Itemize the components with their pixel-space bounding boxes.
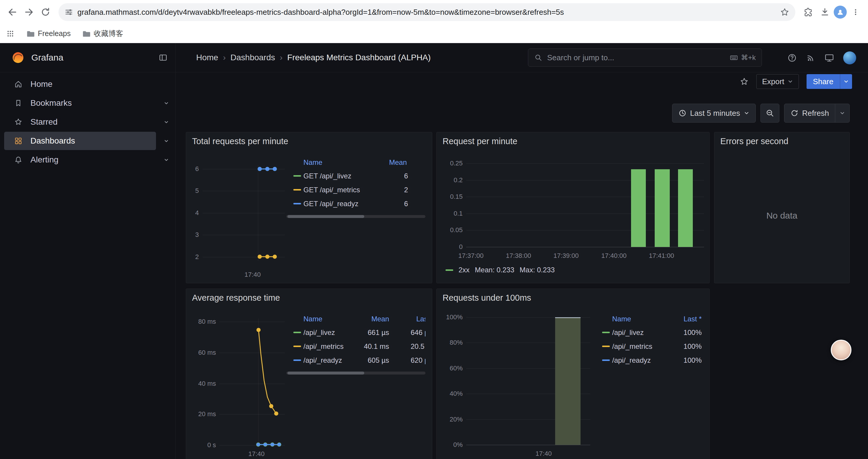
extensions-icon[interactable] — [801, 4, 816, 20]
legend-column-header[interactable]: Last * — [416, 315, 426, 323]
legend-scrollbar-thumb[interactable] — [287, 215, 364, 218]
total-requests-legend: NameMeanGET /api/_livez6GET /api/_metric… — [286, 156, 426, 219]
user-avatar[interactable] — [843, 52, 856, 64]
legend-value: 605 µs — [286, 356, 389, 364]
header-icons — [787, 43, 856, 72]
legend-value: 100% — [599, 328, 702, 337]
breadcrumb-dashboards[interactable]: Dashboards — [230, 53, 275, 62]
sidebar-item-label: Bookmarks — [30, 98, 72, 108]
monitor-icon[interactable] — [824, 53, 834, 63]
legend-row[interactable]: /api/_metrics100% — [599, 339, 702, 353]
panel-title[interactable]: Average response time — [192, 293, 280, 303]
back-icon[interactable] — [5, 4, 20, 20]
share-button[interactable]: Share — [807, 74, 852, 89]
legend-row[interactable]: /api/_metrics40.1 ms20.5 ms — [286, 339, 426, 353]
legend-row[interactable]: /api/_livez100% — [599, 326, 702, 339]
requests-under-100ms-legend: NameLast */api/_livez100%/api/_metrics10… — [599, 313, 702, 367]
refresh-button[interactable]: Refresh — [784, 104, 835, 122]
panel-title[interactable]: Errors per second — [720, 136, 788, 146]
site-settings-icon[interactable] — [64, 8, 73, 17]
forward-icon[interactable] — [21, 4, 37, 20]
x-axis-tick: 17:39:00 — [542, 252, 590, 260]
legend-column-header[interactable]: Mean — [286, 315, 389, 323]
breadcrumb-home[interactable]: Home — [196, 53, 218, 62]
address-bar[interactable]: grafana.mathmast.com/d/deytv4rwavabkb/fr… — [59, 3, 795, 21]
y-axis-tick: 0.1 — [437, 210, 463, 218]
apps-grid-icon[interactable] — [6, 29, 15, 38]
legend-row[interactable]: GET /api/_livez6 — [286, 169, 426, 183]
downloads-icon[interactable] — [817, 4, 833, 20]
news-rss-icon[interactable] — [806, 53, 815, 63]
search-input[interactable] — [547, 53, 725, 63]
panel-title[interactable]: Total requests per minute — [192, 136, 288, 146]
bookmark-folder-freeleaps[interactable]: Freeleaps — [26, 29, 71, 38]
legend-column-header[interactable]: Mean — [286, 158, 407, 167]
time-range-picker[interactable]: Last 5 minutes — [672, 104, 756, 123]
export-button[interactable]: Export — [756, 74, 799, 89]
folder-icon — [82, 29, 91, 38]
refresh-interval-chevron-icon[interactable] — [835, 104, 849, 122]
chevron-down-icon[interactable] — [163, 100, 169, 106]
legend-series-name[interactable]: 2xx — [459, 266, 469, 274]
panel-total-requests: Total requests per minute 6543217:40 Nam… — [186, 132, 432, 283]
legend-column-header[interactable]: Last * — [599, 315, 702, 323]
x-axis-tick: 17:37:00 — [447, 252, 495, 260]
bar-series — [678, 169, 693, 247]
legend-scrollbar-thumb[interactable] — [287, 371, 364, 374]
sidebar-item-alerting[interactable]: Alerting — [4, 151, 156, 169]
zoom-out-button[interactable] — [761, 104, 779, 123]
bookmark-star-icon[interactable] — [780, 7, 789, 17]
search-shortcut: ⌘+k — [730, 54, 756, 62]
chevron-down-icon[interactable] — [163, 119, 169, 125]
browser-profile-avatar[interactable] — [834, 6, 847, 19]
search-box[interactable]: ⌘+k — [528, 48, 762, 67]
sidebar-item-label: Starred — [30, 117, 58, 127]
legend-row[interactable]: /api/_livez661 µs646 µs — [286, 326, 426, 339]
sidebar-item-home[interactable]: Home — [4, 75, 156, 93]
favorite-star-icon[interactable] — [740, 77, 749, 86]
sidebar-item-label: Home — [30, 79, 53, 89]
help-icon[interactable] — [787, 53, 797, 63]
clock-icon — [678, 109, 687, 117]
assistant-avatar[interactable] — [831, 340, 851, 360]
sidebar-item-label: Dashboards — [30, 136, 75, 145]
no-data-message: No data — [714, 210, 849, 221]
sidebar-item-dashboards[interactable]: Dashboards — [4, 132, 156, 150]
panel-errors-per-second: Errors per second No data — [714, 132, 850, 283]
panel-title[interactable]: Request per minute — [442, 136, 517, 146]
legend-row[interactable]: GET /api/_readyz6 — [286, 197, 426, 210]
legend-scrollbar[interactable] — [286, 371, 426, 374]
sidebar-item-starred[interactable]: Starred — [4, 113, 156, 131]
y-axis-tick: 100% — [437, 314, 463, 321]
sidebar-toggle-icon[interactable] — [158, 53, 168, 62]
legend-row[interactable]: /api/_readyz100% — [599, 353, 702, 367]
time-range-label: Last 5 minutes — [690, 109, 740, 118]
reload-icon[interactable] — [38, 4, 53, 20]
chevron-down-icon[interactable] — [163, 138, 169, 144]
chevron-down-icon[interactable] — [163, 157, 169, 163]
y-axis-tick: 0% — [437, 441, 463, 449]
search-icon — [534, 54, 542, 62]
grafana-app: Grafana Home › Dashboards › Freeleaps Me… — [0, 43, 868, 459]
browser-menu-icon[interactable] — [848, 4, 863, 20]
legend-value: 661 µs — [286, 328, 389, 337]
sidebar-item-bookmarks[interactable]: Bookmarks — [4, 94, 156, 112]
bookmark-label: Freeleaps — [38, 29, 71, 38]
sidebar-item-label: Alerting — [30, 155, 59, 165]
star-icon — [14, 118, 23, 126]
legend-scrollbar[interactable] — [286, 215, 426, 218]
legend-value: 100% — [599, 356, 702, 364]
grafana-logo[interactable] — [11, 51, 25, 64]
legend-row[interactable]: /api/_readyz605 µs620 µs — [286, 353, 426, 367]
legend-row[interactable]: GET /api/_metrics2 — [286, 183, 426, 197]
series-swatch — [445, 269, 453, 271]
share-label[interactable]: Share — [807, 74, 840, 89]
url-text[interactable]: grafana.mathmast.com/d/deytv4rwavabkb/fr… — [78, 8, 776, 17]
bookmark-label: 收藏博客 — [94, 29, 123, 38]
legend-value: 100% — [599, 342, 702, 351]
refresh-label: Refresh — [802, 109, 829, 118]
bookmark-folder-blogs[interactable]: 收藏博客 — [82, 29, 123, 38]
panel-title[interactable]: Requests under 100ms — [442, 293, 531, 303]
share-menu-chevron-icon[interactable] — [840, 74, 852, 89]
refresh-button-group: Refresh — [784, 104, 850, 123]
